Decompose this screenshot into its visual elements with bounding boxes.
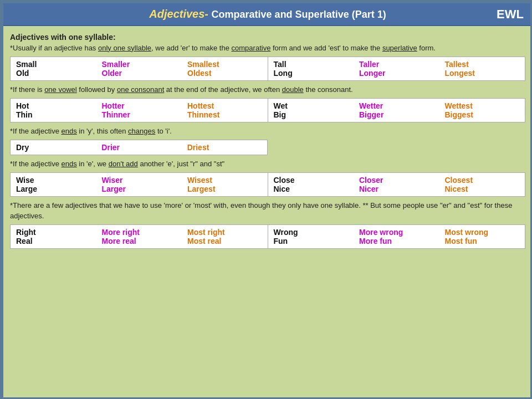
cell: Wisest bbox=[187, 176, 262, 185]
table5-right: Wrong Fun More wrong More fun Most wrong… bbox=[268, 225, 525, 248]
cell: Wiser bbox=[102, 176, 177, 185]
cell: Taller bbox=[359, 60, 434, 69]
cell: Nice bbox=[274, 185, 349, 193]
cell: More real bbox=[102, 237, 177, 245]
title-text: Adjectives- Comparative and Superlative … bbox=[149, 8, 386, 20]
title-adjectives: Adjectives- bbox=[149, 8, 208, 20]
table3-col1: Dry bbox=[11, 140, 96, 155]
section2-text: *If there is one vowel followed by one c… bbox=[10, 85, 525, 95]
cell: Thinner bbox=[102, 110, 177, 119]
ewl-label: EWL bbox=[497, 7, 524, 22]
cell: Oldest bbox=[187, 69, 262, 78]
table1-left-col1: Small Old bbox=[11, 57, 96, 80]
cell: Big bbox=[274, 110, 349, 119]
cell: Most wrong bbox=[445, 228, 520, 237]
section5-text: *There are a few adjectives that we have… bbox=[10, 201, 525, 221]
section1-heading: Adjectives with one syllable: *Usually i… bbox=[10, 32, 525, 53]
cell: Smaller bbox=[102, 60, 177, 69]
main-container: Adjectives- Comparative and Superlative … bbox=[2, 2, 532, 399]
table1-left-col2: Smaller Older bbox=[96, 57, 182, 80]
cell: Wetter bbox=[359, 101, 434, 110]
table4-left-col1: Wise Large bbox=[11, 173, 96, 196]
table2-left-col1: Hot Thin bbox=[11, 99, 96, 122]
cell: More fun bbox=[359, 237, 434, 245]
table2-left: Hot Thin Hotter Thinner Hottest Thinnest bbox=[11, 99, 268, 122]
cell: Hottest bbox=[187, 101, 262, 110]
cell: Old bbox=[16, 69, 91, 78]
title-subtitle: Comparative and Superlative (Part 1) bbox=[212, 9, 386, 20]
table4-right-col3: Closest Nicest bbox=[439, 173, 525, 196]
table1-right-col2: Taller Longer bbox=[354, 57, 439, 80]
table3-col3: Driest bbox=[182, 140, 267, 155]
cell: Wet bbox=[274, 101, 349, 110]
table4-left: Wise Large Wiser Larger Wisest Largest bbox=[11, 173, 268, 196]
cell: Most right bbox=[187, 228, 262, 237]
table2-left-col2: Hotter Thinner bbox=[96, 99, 182, 122]
cell: Right bbox=[16, 228, 91, 237]
table5-left-col3: Most right Most real bbox=[182, 225, 268, 248]
cell: Fun bbox=[274, 237, 349, 245]
table1-left: Small Old Smaller Older Smallest Oldest bbox=[11, 57, 268, 80]
cell: Longer bbox=[359, 69, 434, 78]
table3-col2: Drier bbox=[96, 140, 181, 155]
cell: Larger bbox=[102, 185, 177, 193]
cell: Hot bbox=[16, 101, 91, 110]
cell: Large bbox=[16, 185, 91, 193]
table2-right: Wet Big Wetter Bigger Wettest Biggest bbox=[268, 99, 525, 122]
table4: Wise Large Wiser Larger Wisest Largest C… bbox=[10, 172, 525, 197]
cell: Tallest bbox=[445, 60, 520, 69]
cell: Drier bbox=[101, 143, 176, 152]
table5-right-col2: More wrong More fun bbox=[354, 225, 439, 248]
table4-right: Close Nice Closer Nicer Closest Nicest bbox=[268, 173, 525, 196]
cell: Nicer bbox=[359, 185, 434, 193]
cell: Wise bbox=[16, 176, 91, 185]
cell: Driest bbox=[187, 143, 262, 152]
table1-right: Tall Long Taller Longer Tallest Longest bbox=[268, 57, 525, 80]
table2-right-col3: Wettest Biggest bbox=[439, 99, 525, 122]
cell: Thinnest bbox=[187, 110, 262, 119]
cell: Wettest bbox=[445, 101, 520, 110]
cell: Closest bbox=[445, 176, 520, 185]
table5-right-col3: Most wrong Most fun bbox=[439, 225, 525, 248]
cell: Wrong bbox=[274, 228, 349, 237]
table5: Right Real More right More real Most rig… bbox=[10, 224, 525, 249]
cell: More wrong bbox=[359, 228, 434, 237]
table5-left-col1: Right Real bbox=[11, 225, 96, 248]
cell: Longest bbox=[445, 69, 520, 78]
section4-text: *If the adjective ends in 'e', we don't … bbox=[10, 159, 525, 169]
cell: Largest bbox=[187, 185, 262, 193]
cell: Tall bbox=[274, 60, 349, 69]
cell: Real bbox=[16, 237, 91, 245]
cell: Nicest bbox=[445, 185, 520, 193]
table1-left-col3: Smallest Oldest bbox=[182, 57, 268, 80]
cell: Thin bbox=[16, 110, 91, 119]
section3-text: *If the adjective ends in 'y', this ofte… bbox=[10, 126, 525, 136]
cell: Close bbox=[274, 176, 349, 185]
cell: Hotter bbox=[102, 101, 177, 110]
cell: Small bbox=[16, 60, 91, 69]
table4-left-col3: Wisest Largest bbox=[182, 173, 268, 196]
cell: More right bbox=[102, 228, 177, 237]
content-area: Adjectives with one syllable: *Usually i… bbox=[3, 26, 532, 399]
cell: Closer bbox=[359, 176, 434, 185]
cell: Dry bbox=[16, 143, 90, 152]
table4-right-col2: Closer Nicer bbox=[354, 173, 439, 196]
table5-right-col1: Wrong Fun bbox=[268, 225, 354, 248]
table3-cols: Dry Drier Driest bbox=[11, 140, 267, 155]
table1: Small Old Smaller Older Smallest Oldest … bbox=[10, 57, 525, 81]
table5-left-col2: More right More real bbox=[96, 225, 182, 248]
cell: Biggest bbox=[445, 110, 520, 119]
table4-right-col1: Close Nice bbox=[268, 173, 354, 196]
cell: Bigger bbox=[359, 110, 434, 119]
table1-right-col3: Tallest Longest bbox=[439, 57, 525, 80]
table4-left-col2: Wiser Larger bbox=[96, 173, 182, 196]
table2-left-col3: Hottest Thinnest bbox=[182, 99, 268, 122]
cell: Most fun bbox=[445, 237, 520, 245]
title-bar: Adjectives- Comparative and Superlative … bbox=[3, 3, 532, 26]
table2-right-col1: Wet Big bbox=[268, 99, 354, 122]
table5-left: Right Real More right More real Most rig… bbox=[11, 225, 268, 248]
table2: Hot Thin Hotter Thinner Hottest Thinnest… bbox=[10, 98, 525, 122]
cell: Older bbox=[102, 69, 177, 78]
table2-right-col2: Wetter Bigger bbox=[354, 99, 439, 122]
table3: Dry Drier Driest bbox=[10, 140, 268, 155]
